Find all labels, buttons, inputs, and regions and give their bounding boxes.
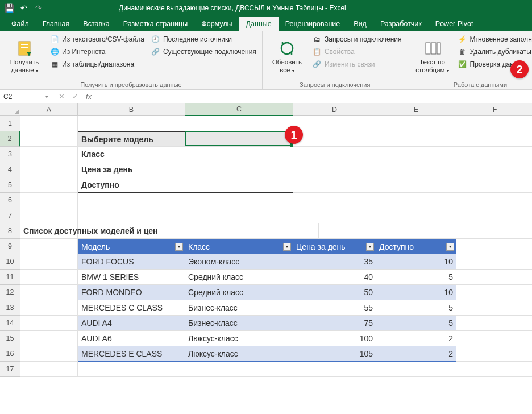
row-header-9[interactable]: 9 <box>0 239 20 254</box>
cell-E11[interactable]: 5 <box>376 270 456 285</box>
cell-E1[interactable] <box>376 116 456 131</box>
tab-разметка-страницы[interactable]: Разметка страницы <box>117 17 194 31</box>
row-header-14[interactable]: 14 <box>0 316 20 331</box>
queries-conn-button[interactable]: 🗂Запросы и подключения <box>311 34 403 44</box>
cell-E8[interactable] <box>376 223 456 239</box>
cell-A14[interactable] <box>20 316 78 331</box>
row-header-10[interactable]: 10 <box>0 254 20 270</box>
cell-F8[interactable] <box>456 223 532 239</box>
cell-D16[interactable]: 105 <box>293 346 376 362</box>
cell-F2[interactable] <box>456 131 532 147</box>
cell-C10[interactable]: Эконом-класс <box>185 254 293 270</box>
cell-D6[interactable] <box>293 193 376 208</box>
tab-данные[interactable]: Данные <box>239 17 279 31</box>
cell-A16[interactable] <box>20 346 78 362</box>
cell-F4[interactable] <box>456 162 532 177</box>
cell-F10[interactable] <box>456 254 532 270</box>
cell-C3[interactable] <box>185 147 293 162</box>
row-header-6[interactable]: 6 <box>0 193 20 208</box>
cell-D11[interactable]: 40 <box>293 270 376 285</box>
text-to-columns-button[interactable]: Текст постолбцам ▾ <box>413 33 452 80</box>
col-header-D[interactable]: D <box>293 104 376 116</box>
cell-D10[interactable]: 35 <box>293 254 376 270</box>
row-header-11[interactable]: 11 <box>0 270 20 285</box>
row-header-8[interactable]: 8 <box>0 223 20 239</box>
cell-A11[interactable] <box>20 270 78 285</box>
cell-D12[interactable]: 50 <box>293 285 376 300</box>
cell-B6[interactable] <box>78 193 185 208</box>
refresh-all-button[interactable]: Обновитьвсе ▾ <box>267 33 307 80</box>
cell-B15[interactable]: AUDI A6 <box>78 331 185 346</box>
cell-B9[interactable]: Модель▾ <box>78 239 185 254</box>
cell-B14[interactable]: AUDI A4 <box>78 316 185 331</box>
cell-E9[interactable]: Доступно▾ <box>376 239 456 254</box>
flash-fill-button[interactable]: ⚡Мгновенное заполнение <box>457 34 532 44</box>
cell-F3[interactable] <box>456 147 532 162</box>
cell-C16[interactable]: Люксус-класс <box>185 346 293 362</box>
cell-A1[interactable] <box>20 116 78 131</box>
cell-F14[interactable] <box>456 316 532 331</box>
tab-вид[interactable]: Вид <box>347 17 373 31</box>
cell-F6[interactable] <box>456 193 532 208</box>
cell-A2[interactable] <box>20 131 78 147</box>
cell-D3[interactable] <box>293 147 376 162</box>
cell-B13[interactable]: MERCEDES C CLASS <box>78 300 185 316</box>
cell-B12[interactable]: FORD MONDEO <box>78 285 185 300</box>
cell-F5[interactable] <box>456 177 532 193</box>
cell-E7[interactable] <box>376 208 456 223</box>
cell-F11[interactable] <box>456 270 532 285</box>
cell-A5[interactable] <box>20 177 78 193</box>
cell-E15[interactable]: 2 <box>376 331 456 346</box>
cell-D7[interactable] <box>293 208 376 223</box>
cell-A3[interactable] <box>20 147 78 162</box>
get-data-button[interactable]: Получитьданные ▾ <box>5 33 44 80</box>
col-header-B[interactable]: B <box>78 104 185 116</box>
cell-B10[interactable]: FORD FOCUS <box>78 254 185 270</box>
filter-dropdown-icon[interactable]: ▾ <box>175 243 183 251</box>
cell-F13[interactable] <box>456 300 532 316</box>
remove-duplicates-button[interactable]: 🗑Удалить дубликаты <box>457 47 532 57</box>
cell-C9[interactable]: Класс▾ <box>185 239 293 254</box>
tab-разработчик[interactable]: Разработчик <box>373 17 429 31</box>
from-table-button[interactable]: ▦Из таблицы/диапазона <box>49 59 146 69</box>
cell-A7[interactable] <box>20 208 78 223</box>
cell-A17[interactable] <box>20 362 78 377</box>
cell-B2[interactable]: Выберите модель <box>78 131 185 147</box>
from-csv-button[interactable]: 📄Из текстового/CSV-файла <box>49 34 146 44</box>
row-header-7[interactable]: 7 <box>0 208 20 223</box>
cell-C1[interactable] <box>185 116 293 131</box>
existing-conn-button[interactable]: 🔗Существующие подключения <box>150 47 257 57</box>
filter-dropdown-icon[interactable]: ▾ <box>446 243 454 251</box>
cell-E4[interactable] <box>376 162 456 177</box>
row-header-1[interactable]: 1 <box>0 116 20 131</box>
col-header-E[interactable]: E <box>376 104 456 116</box>
col-header-F[interactable]: F <box>456 104 532 116</box>
cell-D2[interactable] <box>293 131 376 147</box>
row-header-2[interactable]: 2 <box>0 131 20 147</box>
cell-A4[interactable] <box>20 162 78 177</box>
cell-F12[interactable] <box>456 285 532 300</box>
cell-D4[interactable] <box>293 162 376 177</box>
cell-D5[interactable] <box>293 177 376 193</box>
cell-C17[interactable] <box>185 362 293 377</box>
cell-F9[interactable] <box>456 239 532 254</box>
cell-B16[interactable]: MERCEDES E CLASS <box>78 346 185 362</box>
row-header-17[interactable]: 17 <box>0 362 20 377</box>
cell-E14[interactable]: 5 <box>376 316 456 331</box>
tab-формулы[interactable]: Формулы <box>194 17 239 31</box>
tab-файл[interactable]: Файл <box>5 17 36 31</box>
row-header-16[interactable]: 16 <box>0 346 20 362</box>
filter-dropdown-icon[interactable]: ▾ <box>366 243 374 251</box>
cell-D13[interactable]: 55 <box>293 300 376 316</box>
from-web-button[interactable]: 🌐Из Интернета <box>49 47 146 57</box>
tab-вставка[interactable]: Вставка <box>76 17 116 31</box>
cell-D17[interactable] <box>293 362 376 377</box>
cell-B7[interactable] <box>78 208 185 223</box>
cell-C4[interactable] <box>185 162 293 177</box>
recent-sources-button[interactable]: 🕘Последние источники <box>150 34 257 44</box>
undo-icon[interactable]: ↶ <box>18 2 30 14</box>
cell-C6[interactable] <box>185 193 293 208</box>
cell-C14[interactable]: Бизнес-класс <box>185 316 293 331</box>
cell-D9[interactable]: Цена за день▾ <box>293 239 376 254</box>
save-icon[interactable]: 💾 <box>3 2 15 14</box>
